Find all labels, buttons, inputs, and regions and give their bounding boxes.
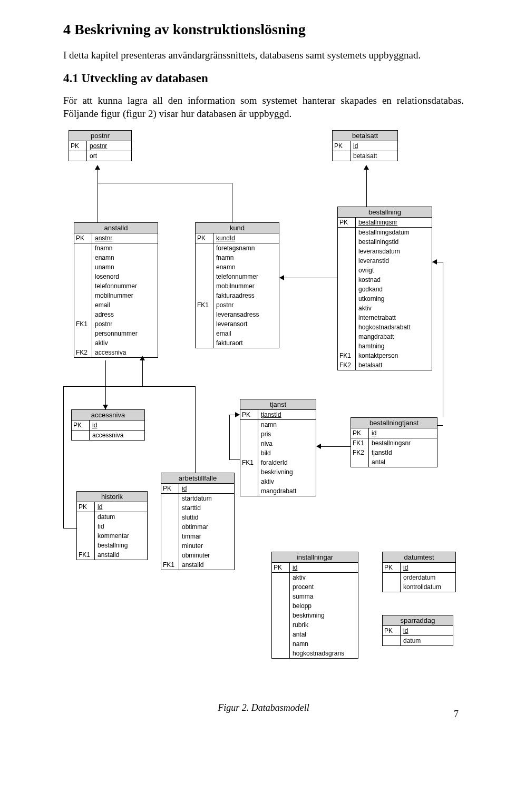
key-col <box>196 243 213 253</box>
rel-line <box>105 360 106 409</box>
key-col <box>338 294 356 304</box>
key-col <box>161 541 179 551</box>
rel-line <box>142 360 143 387</box>
attr: bild <box>258 448 316 458</box>
entity-title: kund <box>196 223 279 233</box>
entity-installningar: installningar PKid aktiv procent summa b… <box>271 552 358 659</box>
pk-label: PK <box>338 218 356 227</box>
entity-betalsatt: betalsatt PKid betalsatt <box>332 130 398 161</box>
key-col <box>74 338 92 348</box>
key-col <box>74 272 92 281</box>
pk-name: anstnr <box>92 233 158 243</box>
entity-title: postnr <box>69 131 131 141</box>
pk-name: postnr <box>87 141 131 151</box>
attr: aktiv <box>290 573 358 582</box>
attr: ort <box>87 151 131 161</box>
pk-name: id <box>401 626 453 635</box>
pk-name: id <box>95 502 147 512</box>
pk-name: id <box>369 428 437 438</box>
attr: email <box>92 300 158 310</box>
attr: hamtning <box>356 341 432 351</box>
attr: timmar <box>179 532 234 541</box>
key-col <box>272 649 290 658</box>
key-col <box>272 639 290 649</box>
key-col <box>338 322 356 332</box>
attr: tjanstId <box>369 448 437 457</box>
pk-label: PK <box>196 233 213 243</box>
key-col <box>74 291 92 300</box>
attr: fakturaadress <box>213 291 279 300</box>
heading-sub: 4.1 Utveckling av databasen <box>63 72 464 85</box>
pk-name: id <box>351 141 397 151</box>
entity-datumtest: datumtest PKid orderdatum kontrolldatum <box>382 552 456 592</box>
key-col: FK1 <box>196 300 213 310</box>
attr: utkorning <box>356 294 432 304</box>
attr: bestallningsdatum <box>356 228 432 237</box>
key-col <box>161 503 179 513</box>
attr: postnr <box>213 300 279 310</box>
key-col <box>196 291 213 300</box>
key-col <box>240 448 258 458</box>
key-col <box>196 272 213 281</box>
key-col <box>338 275 356 285</box>
attr: sluttid <box>179 513 234 522</box>
key-col <box>272 601 290 611</box>
pk-label: PK <box>161 484 179 493</box>
key-col <box>77 541 95 550</box>
key-col <box>240 486 258 496</box>
attr: leveransdatum <box>356 247 432 256</box>
key-col <box>338 256 356 266</box>
key-col <box>351 457 369 467</box>
attr: anstalld <box>179 560 234 570</box>
rel-line <box>98 170 98 222</box>
attr: mangdrabatt <box>258 486 316 496</box>
attr: accessniva <box>92 348 158 357</box>
key-col: FK2 <box>74 348 92 357</box>
attr: leveransort <box>213 319 279 329</box>
heading-main: 4 Beskrivning av konstruktionslösning <box>63 21 464 38</box>
key-col <box>74 329 92 338</box>
attr: kostnad <box>356 275 432 285</box>
entity-sparraddag: sparraddag PKid datum <box>382 615 453 646</box>
key-col <box>77 522 95 531</box>
key-col: FK1 <box>161 560 179 570</box>
rel-line <box>63 528 76 529</box>
key-col: FK2 <box>351 448 369 457</box>
attr: telefonnummer <box>213 272 279 281</box>
key-col <box>338 228 356 237</box>
rel-line <box>437 425 443 426</box>
key-col <box>161 494 179 503</box>
key-col: FK1 <box>77 550 95 560</box>
key-col <box>240 420 258 429</box>
key-col <box>272 630 290 639</box>
attr: kontaktperson <box>356 351 432 360</box>
attr: aktiv <box>356 304 432 313</box>
key-col <box>338 313 356 322</box>
key-col <box>338 341 356 351</box>
key-col <box>240 477 258 486</box>
entity-title: anstalld <box>74 223 158 233</box>
attr: betalsatt <box>356 360 432 370</box>
attr: namn <box>258 420 316 429</box>
key-col <box>74 262 92 272</box>
key-col <box>338 304 356 313</box>
arrow-icon <box>103 405 108 409</box>
key-col <box>161 532 179 541</box>
attr: enamn <box>213 262 279 272</box>
pk-name: id <box>90 420 144 430</box>
rel-line <box>232 183 232 222</box>
attr: orderdatum <box>401 573 455 582</box>
rel-line <box>98 183 232 183</box>
key-col <box>196 338 213 348</box>
key-col <box>272 611 290 620</box>
attr: email <box>213 329 279 338</box>
pk-label: PK <box>74 233 92 243</box>
attr: belopp <box>290 601 358 611</box>
attr: kontrolldatum <box>401 582 455 592</box>
rel-line <box>63 386 142 387</box>
body-paragraph: För att kunna lagra all den information … <box>63 94 464 121</box>
attr: antal <box>369 457 437 467</box>
rel-line <box>443 262 443 417</box>
key-col <box>338 237 356 247</box>
attr: telefonnummer <box>92 281 158 291</box>
